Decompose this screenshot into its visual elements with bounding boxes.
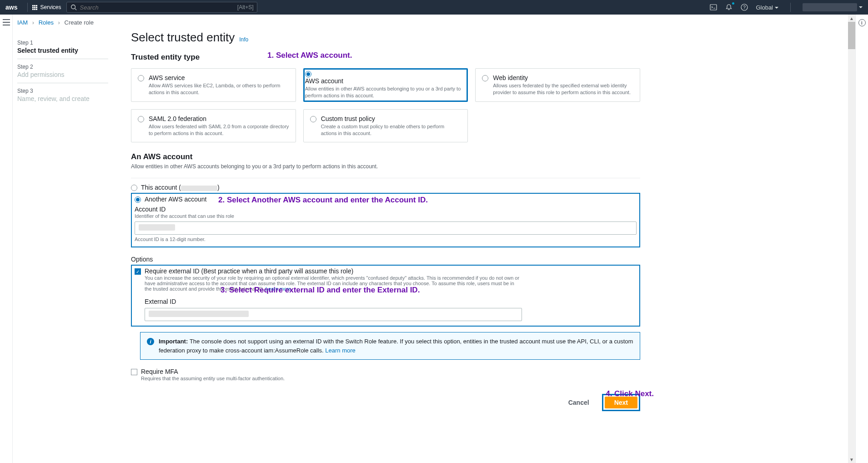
top-nav: aws Services [Alt+S] ? Global bbox=[0, 0, 868, 15]
nav-divider bbox=[27, 3, 28, 12]
account-name-redacted bbox=[803, 3, 857, 11]
card-web-identity[interactable]: Web identityAllows users federated by th… bbox=[475, 68, 640, 102]
scroll-thumb[interactable] bbox=[848, 22, 855, 49]
card-saml[interactable]: SAML 2.0 federationAllow users federated… bbox=[131, 109, 296, 143]
external-id-label: External ID bbox=[145, 298, 522, 305]
radio-aws-service[interactable] bbox=[138, 75, 144, 81]
breadcrumb-current: Create role bbox=[65, 19, 94, 26]
checkbox-require-mfa[interactable] bbox=[131, 369, 137, 375]
hamburger-icon[interactable] bbox=[3, 19, 10, 25]
checkbox-require-external-id[interactable]: ✓ bbox=[135, 268, 141, 275]
this-account-label: This account () bbox=[141, 184, 220, 191]
radio-another-account[interactable] bbox=[135, 196, 141, 203]
region-selector[interactable]: Global bbox=[756, 4, 778, 11]
section-divider bbox=[131, 178, 640, 178]
svg-line-1 bbox=[75, 9, 77, 10]
breadcrumb: IAM › Roles › Create role bbox=[13, 18, 848, 30]
wizard-step-1[interactable]: Step 1 Select trusted entity bbox=[17, 35, 108, 59]
external-id-highlight: ✓ Require external ID (Best practice whe… bbox=[131, 265, 640, 327]
services-label: Services bbox=[40, 4, 61, 10]
account-id-hint: Account ID is a 12-digit number. bbox=[135, 237, 637, 242]
entity-type-heading: Trusted entity type bbox=[131, 53, 640, 62]
annotation-4: 4. Click Next. bbox=[606, 389, 654, 398]
services-menu[interactable]: Services bbox=[32, 4, 61, 10]
account-section-sub: Allow entities in other AWS accounts bel… bbox=[131, 163, 640, 170]
card-aws-service[interactable]: AWS serviceAllow AWS services like EC2, … bbox=[131, 68, 296, 102]
help-icon[interactable]: ? bbox=[740, 3, 748, 11]
learn-more-link[interactable]: Learn more bbox=[325, 347, 355, 354]
search-shortcut: [Alt+S] bbox=[237, 4, 254, 10]
search-input[interactable] bbox=[77, 4, 237, 11]
cloudshell-icon[interactable] bbox=[709, 3, 717, 11]
info-banner: i Important: The console does not suppor… bbox=[140, 332, 640, 360]
notification-dot bbox=[732, 2, 734, 5]
card-aws-account-highlight: AWS accountAllow entities in other AWS a… bbox=[303, 68, 468, 102]
card-aws-account[interactable]: AWS accountAllow entities in other AWS a… bbox=[305, 70, 467, 100]
info-icon: i bbox=[147, 338, 154, 345]
caret-down-icon bbox=[775, 7, 778, 10]
annotation-2: 2. Select Another AWS account and enter … bbox=[218, 196, 428, 205]
external-id-value-redacted bbox=[149, 311, 249, 317]
svg-text:?: ? bbox=[743, 5, 746, 10]
entity-type-cards: AWS serviceAllow AWS services like EC2, … bbox=[131, 68, 640, 142]
search-box[interactable]: [Alt+S] bbox=[66, 2, 257, 13]
grid-icon bbox=[32, 5, 37, 10]
wizard-step-3: Step 3 Name, review, and create bbox=[17, 83, 108, 107]
another-account-label: Another AWS account bbox=[145, 196, 206, 203]
aws-logo[interactable]: aws bbox=[5, 4, 17, 11]
search-icon bbox=[70, 4, 77, 10]
require-external-id-label: Require external ID (Best practice when … bbox=[145, 267, 522, 275]
account-id-value-redacted bbox=[139, 224, 175, 231]
option-require-mfa[interactable]: Require MFA Requires that the assuming e… bbox=[131, 368, 640, 381]
account-menu[interactable] bbox=[803, 3, 863, 11]
annotation-3: 3. Select Require external ID and enter … bbox=[221, 286, 420, 295]
breadcrumb-iam[interactable]: IAM bbox=[17, 19, 28, 26]
external-id-input[interactable] bbox=[145, 308, 522, 321]
scroll-up-icon[interactable]: ▲ bbox=[848, 15, 855, 22]
account-id-input[interactable] bbox=[135, 221, 637, 235]
account-id-label: Account ID bbox=[135, 206, 637, 213]
help-panel-icon[interactable]: i bbox=[858, 19, 866, 26]
svg-rect-2 bbox=[710, 5, 717, 10]
breadcrumb-roles[interactable]: Roles bbox=[39, 19, 54, 26]
radio-custom-trust[interactable] bbox=[310, 116, 316, 122]
svg-point-0 bbox=[71, 5, 75, 9]
scroll-down-icon[interactable]: ▼ bbox=[848, 456, 855, 463]
radio-this-account[interactable] bbox=[131, 185, 137, 191]
cancel-button[interactable]: Cancel bbox=[560, 396, 597, 409]
caret-down-icon bbox=[859, 6, 863, 10]
page-title: Select trusted entity bbox=[131, 30, 235, 44]
nav-divider bbox=[790, 3, 791, 12]
options-heading: Options bbox=[131, 256, 640, 263]
account-id-desc: Identifier of the account that can use t… bbox=[135, 213, 637, 219]
radio-saml[interactable] bbox=[138, 116, 144, 122]
option-this-account[interactable]: This account () bbox=[131, 184, 640, 191]
wizard-step-2: Step 2 Add permissions bbox=[17, 59, 108, 83]
radio-web-identity[interactable] bbox=[482, 75, 488, 81]
another-account-highlight: Another AWS account 2. Select Another AW… bbox=[131, 193, 640, 247]
info-link[interactable]: Info bbox=[239, 36, 248, 43]
scrollbar[interactable]: ▲ ▼ bbox=[848, 15, 855, 463]
annotation-1: 1. Select AWS account. bbox=[267, 51, 352, 60]
notifications-icon[interactable] bbox=[725, 3, 733, 11]
left-gutter bbox=[0, 15, 13, 463]
radio-aws-account[interactable] bbox=[305, 71, 311, 77]
require-mfa-desc: Requires that the assuming entity use mu… bbox=[141, 376, 285, 381]
require-mfa-label: Require MFA bbox=[141, 368, 285, 375]
wizard-steps: Step 1 Select trusted entity Step 2 Add … bbox=[13, 30, 113, 425]
info-banner-text: Important: The console does not support … bbox=[159, 337, 633, 355]
option-require-external-id[interactable]: ✓ Require external ID (Best practice whe… bbox=[135, 267, 637, 321]
this-account-id-redacted bbox=[181, 186, 217, 191]
account-section-heading: An AWS account bbox=[131, 152, 640, 161]
right-gutter: i bbox=[855, 15, 868, 463]
card-custom-trust[interactable]: Custom trust policyCreate a custom trust… bbox=[303, 109, 468, 143]
